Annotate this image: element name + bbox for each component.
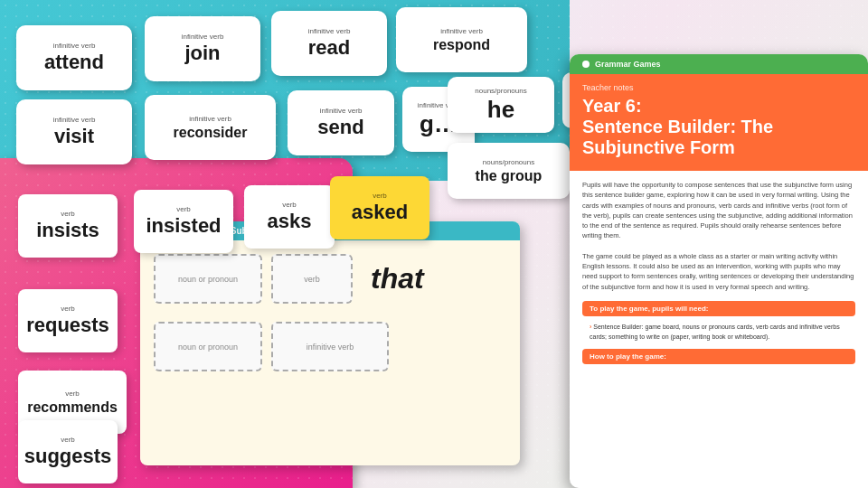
card-read-word: read [308, 37, 350, 59]
card-insisted-label: verb [176, 205, 191, 213]
notes-description: Pupils will have the opportunity to comp… [582, 180, 855, 292]
board-that: that [362, 262, 433, 296]
card-insisted[interactable]: verb insisted [134, 190, 233, 253]
card-respond-label: infinitive verb [440, 27, 483, 35]
card-asked[interactable]: verb asked [330, 176, 429, 239]
card-insisted-word: insisted [146, 215, 221, 237]
card-reconsider-word: reconsider [174, 125, 248, 141]
card-send[interactable]: infinitive verb send [288, 90, 394, 155]
card-suggests-word: suggests [24, 446, 112, 467]
board-slot-infinitive[interactable]: infinitive verb [271, 322, 389, 371]
card-visit-word: visit [54, 126, 94, 147]
card-the-group-label: nouns/pronouns [483, 158, 534, 166]
board-slot-noun2-label: noun or pronoun [178, 343, 238, 352]
card-requests[interactable]: verb requests [18, 289, 118, 352]
card-send-label: infinitive verb [320, 107, 363, 115]
card-reconsider[interactable]: infinitive verb reconsider [145, 95, 276, 160]
card-visit[interactable]: infinitive verb visit [16, 99, 132, 164]
card-the-group[interactable]: nouns/pronouns the group [448, 143, 570, 199]
card-requests-label: verb [61, 305, 75, 313]
card-asks-word: asks [268, 211, 312, 232]
card-send-word: send [317, 117, 363, 138]
card-asked-label: verb [373, 192, 387, 200]
card-insists-word: insists [36, 220, 99, 241]
card-he-word: he [487, 97, 514, 123]
card-respond[interactable]: infinitive verb respond [396, 7, 527, 72]
card-recommends-word: recommends [27, 399, 118, 416]
card-insists-label: verb [61, 210, 75, 218]
card-asks[interactable]: verb asks [244, 185, 335, 249]
board-slot-infinitive-label: infinitive verb [307, 343, 354, 352]
board-slot-verb[interactable]: verb [271, 254, 353, 304]
notes-how-title: How to play the game: [590, 352, 848, 361]
card-he[interactable]: nouns/pronouns he [448, 77, 554, 133]
card-read-label: infinitive verb [308, 27, 351, 35]
card-attend-word: attend [44, 52, 104, 73]
notes-bullet-1: Sentence Builder: game board, nouns or p… [582, 322, 855, 342]
notes-header: Grammar Games [570, 54, 868, 74]
card-asked-word: asked [352, 202, 408, 223]
card-recommends-label: verb [65, 389, 80, 398]
card-attend[interactable]: infinitive verb attend [16, 25, 132, 90]
notes-will-need-title: To play the game, pupils will need: [590, 305, 848, 313]
notes-subtitle: Teacher notes [582, 83, 855, 92]
card-suggests-label: verb [61, 436, 75, 444]
notes-will-need-section: To play the game, pupils will need: [582, 301, 855, 316]
board-slot-noun-label: noun or pronoun [178, 275, 238, 284]
card-reconsider-label: infinitive verb [189, 115, 231, 123]
scene: infinitive verb attend infinitive verb j… [0, 0, 868, 488]
board-slot-noun[interactable]: noun or pronoun [154, 254, 262, 304]
notes-how-section: How to play the game: [582, 349, 855, 364]
notes-body: Pupils will have the opportunity to comp… [570, 171, 868, 379]
card-asks-label: verb [282, 201, 297, 209]
card-suggests[interactable]: verb suggests [18, 420, 118, 483]
card-insists[interactable]: verb insists [18, 194, 118, 258]
board-slot-verb-label: verb [304, 275, 320, 284]
card-join-word: join [184, 42, 220, 64]
board-row-2: noun or pronoun infinitive verb [154, 322, 506, 371]
card-requests-word: requests [26, 314, 109, 336]
notes-title: Year 6:Sentence Builder: TheSubjunctive … [582, 96, 855, 158]
card-he-label: nouns/pronouns [475, 87, 526, 95]
card-join-label: infinitive verb [182, 33, 224, 41]
board-row-1: noun or pronoun verb that [154, 254, 506, 304]
sentence-builder-board: Sentence Builder: Subjunctive form noun … [140, 221, 520, 465]
card-attend-label: infinitive verb [53, 42, 96, 50]
notes-badge: Grammar Games [595, 60, 661, 69]
board-slot-noun2[interactable]: noun or pronoun [154, 322, 262, 371]
card-join[interactable]: infinitive verb join [145, 16, 260, 81]
notes-header-dot [582, 61, 590, 68]
teacher-notes-panel: Grammar Games Teacher notes Year 6:Sente… [570, 54, 868, 488]
card-respond-word: respond [433, 37, 490, 53]
notes-title-section: Teacher notes Year 6:Sentence Builder: T… [570, 74, 868, 171]
card-visit-label: infinitive verb [53, 116, 96, 124]
card-the-group-word: the group [476, 168, 542, 184]
card-read[interactable]: infinitive verb read [271, 11, 387, 76]
